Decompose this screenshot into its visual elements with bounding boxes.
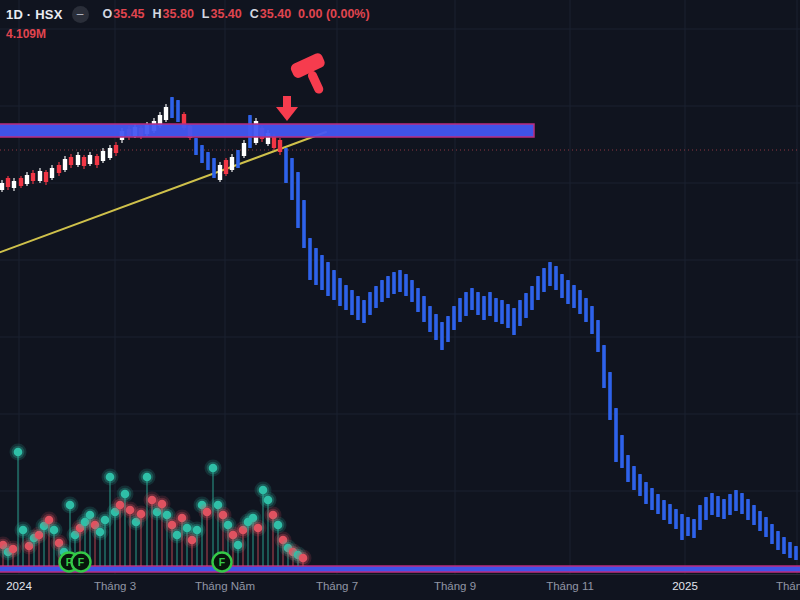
low-label: L — [202, 7, 210, 21]
time-axis-label: Tháng 11 — [546, 580, 594, 592]
candle — [542, 268, 546, 292]
candle — [494, 298, 498, 322]
candle — [200, 145, 204, 163]
candle — [488, 292, 492, 316]
candle — [386, 276, 390, 298]
candle — [320, 255, 324, 290]
support-line-zone[interactable] — [0, 566, 800, 572]
candle — [278, 140, 282, 152]
candle — [422, 296, 426, 322]
time-axis-label: Tháng 7 — [316, 580, 358, 592]
candle — [170, 97, 174, 118]
candle — [206, 152, 210, 170]
high-value: 35.80 — [163, 7, 194, 21]
candle — [608, 372, 612, 420]
candle — [674, 509, 678, 529]
candle — [350, 290, 354, 315]
candle — [692, 519, 696, 538]
candle — [464, 292, 468, 316]
candle — [416, 288, 420, 312]
volume-dot — [234, 541, 243, 550]
candle — [632, 466, 636, 490]
time-axis-label: Tháng 3 — [776, 580, 800, 592]
candle — [290, 158, 294, 200]
candle — [560, 274, 564, 298]
candle — [758, 511, 762, 531]
candle — [500, 300, 504, 324]
candle — [770, 524, 774, 544]
candle — [398, 270, 402, 292]
candle — [626, 455, 630, 482]
candle — [12, 181, 16, 188]
volume-dot — [264, 496, 273, 505]
candle — [536, 276, 540, 300]
candle — [434, 314, 438, 340]
resistance-zone[interactable] — [0, 124, 534, 137]
candle — [57, 165, 61, 173]
volume-dot — [143, 473, 152, 482]
candle — [114, 145, 118, 153]
close-label: C — [250, 7, 259, 21]
volume-value: 4.109M — [6, 27, 46, 41]
volume-dot — [121, 490, 130, 499]
candle — [392, 272, 396, 294]
symbol-interval-exchange[interactable]: 1D · HSX — [6, 7, 63, 22]
down-arrow-annotation-icon[interactable] — [276, 96, 298, 121]
candle — [710, 493, 714, 515]
candle — [76, 155, 80, 165]
candle — [218, 165, 222, 180]
candle — [650, 488, 654, 510]
volume-dot — [299, 554, 308, 563]
candle — [44, 172, 48, 182]
candle — [602, 345, 606, 388]
candle — [272, 136, 276, 148]
candle — [578, 290, 582, 314]
candle — [698, 505, 702, 530]
candle — [440, 322, 444, 350]
event-flag-letter: F — [78, 556, 85, 568]
legend: 1D · HSX – O35.45 H35.80 L35.40 C35.40 0… — [6, 5, 370, 43]
volume-dot — [14, 448, 23, 457]
candle — [530, 286, 534, 310]
candle — [716, 496, 720, 517]
volume-dot — [274, 521, 283, 530]
candle — [82, 157, 86, 166]
candle — [224, 160, 228, 174]
candle — [236, 150, 240, 168]
candle — [108, 148, 112, 158]
candle — [63, 159, 67, 170]
gavel-annotation-icon[interactable] — [289, 52, 336, 101]
low-value: 35.40 — [210, 7, 241, 21]
candle — [31, 173, 35, 181]
candle — [794, 546, 798, 560]
legend-row-ohlc: 1D · HSX – O35.45 H35.80 L35.40 C35.40 0… — [6, 5, 370, 23]
candle — [0, 183, 4, 190]
price-chart-canvas[interactable]: FFF — [0, 0, 800, 575]
candle — [338, 278, 342, 306]
volume-dot — [101, 516, 110, 525]
time-axis-label: 2024 — [6, 580, 32, 592]
candle — [752, 505, 756, 525]
event-flag-badge[interactable]: F — [213, 553, 232, 572]
candle — [782, 537, 786, 554]
candle — [6, 178, 10, 187]
candle — [620, 435, 624, 468]
candle — [572, 285, 576, 308]
legend-collapse-button[interactable]: – — [72, 6, 89, 23]
candle — [596, 320, 600, 352]
candle — [410, 280, 414, 302]
candle — [518, 300, 522, 326]
candle — [548, 262, 552, 286]
candle — [19, 178, 23, 186]
candle — [314, 248, 318, 285]
candle — [452, 306, 456, 330]
candle — [458, 298, 462, 322]
event-flag-badge[interactable]: F — [72, 553, 91, 572]
high-label: H — [153, 7, 162, 21]
candle — [524, 293, 528, 318]
candle — [194, 138, 198, 155]
time-axis[interactable]: 2024Tháng 3Tháng NămTháng 7Tháng 9Tháng … — [0, 574, 800, 600]
legend-row-volume: 4.109M — [6, 25, 370, 43]
volume-dot — [9, 545, 18, 554]
candle — [230, 157, 234, 170]
